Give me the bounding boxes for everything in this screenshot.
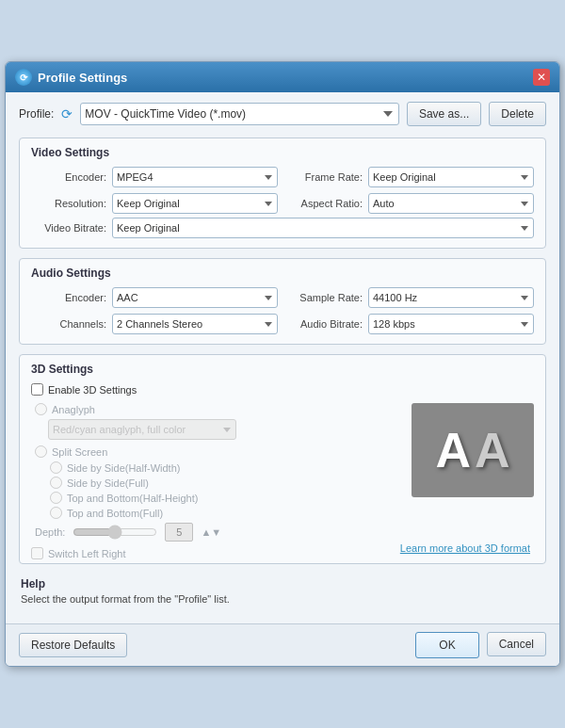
help-section: Help Select the output format from the "… — [19, 574, 546, 608]
aspect-ratio-row: Aspect Ratio: Auto — [287, 193, 534, 214]
encoder-select[interactable]: MPEG4 — [112, 167, 278, 187]
frame-rate-select[interactable]: Keep Original — [368, 167, 534, 187]
video-bitrate-select[interactable]: Keep Original — [112, 218, 534, 238]
video-bitrate-label: Video Bitrate: — [31, 222, 106, 234]
switch-left-right-checkbox[interactable] — [31, 547, 43, 559]
profile-icon: ⟳ — [61, 106, 73, 121]
top-bottom-half-row: Top and Bottom(Half-Height) — [31, 492, 402, 504]
audio-encoder-row: Encoder: AAC — [31, 287, 278, 308]
aspect-ratio-label: Aspect Ratio: — [287, 198, 363, 209]
top-bottom-full-label: Top and Bottom(Full) — [67, 508, 163, 519]
sample-rate-label: Sample Rate: — [287, 292, 363, 303]
title-bar: ⟳ Profile Settings ✕ — [6, 62, 559, 92]
side-by-side-half-label: Side by Side(Half-Width) — [67, 462, 180, 474]
side-by-side-full-radio[interactable] — [50, 477, 62, 489]
top-bottom-half-label: Top and Bottom(Half-Height) — [67, 493, 198, 504]
anaglyph-select[interactable]: Red/cyan anaglyph, full color — [48, 419, 236, 440]
channels-label: Channels: — [31, 318, 106, 330]
three-d-preview: A A — [412, 403, 534, 497]
top-bottom-full-row: Top and Bottom(Full) — [31, 507, 402, 519]
aspect-ratio-select[interactable]: Auto — [368, 193, 534, 214]
dialog-title: Profile Settings — [38, 71, 127, 85]
depth-value: 5 — [165, 523, 193, 542]
video-settings-section: Video Settings Encoder: MPEG4 Frame Rate… — [19, 138, 546, 249]
split-screen-label: Split Screen — [52, 446, 107, 458]
enable-3d-row: Enable 3D Settings — [31, 383, 534, 396]
anaglyph-label: Anaglyph — [52, 404, 95, 415]
three-d-content: Anaglyph Red/cyan anaglyph, full color S… — [31, 403, 534, 559]
anaglyph-radio[interactable] — [35, 403, 47, 415]
frame-rate-row: Frame Rate: Keep Original — [287, 167, 534, 187]
bottom-bar: Restore Defaults OK Cancel — [6, 623, 559, 666]
split-screen-radio[interactable] — [35, 445, 47, 458]
frame-rate-label: Frame Rate: — [287, 171, 363, 183]
audio-bitrate-row: Audio Bitrate: 128 kbps — [287, 314, 534, 334]
audio-encoder-select[interactable]: AAC — [112, 287, 278, 308]
audio-encoder-label: Encoder: — [31, 292, 106, 303]
channels-row: Channels: 2 Channels Stereo — [31, 314, 278, 334]
depth-spinner-icon: ▲▼ — [201, 526, 221, 538]
preview-letter-right: A — [475, 426, 510, 475]
close-button[interactable]: ✕ — [533, 69, 550, 86]
preview-letter-left: A — [435, 426, 471, 475]
sample-rate-select[interactable]: 44100 Hz — [368, 287, 534, 308]
dialog-content: Profile: ⟳ MOV - QuickTime Video (*.mov)… — [6, 92, 559, 623]
top-bottom-half-radio[interactable] — [50, 492, 62, 504]
enable-3d-checkbox[interactable] — [31, 383, 43, 396]
encoder-label: Encoder: — [31, 171, 106, 183]
anaglyph-row: Anaglyph — [31, 403, 402, 415]
audio-bitrate-select[interactable]: 128 kbps — [368, 314, 534, 334]
side-by-side-full-label: Side by Side(Full) — [67, 477, 149, 489]
profile-settings-dialog: ⟳ Profile Settings ✕ Profile: ⟳ MOV - Qu… — [5, 61, 560, 667]
depth-label: Depth: — [35, 526, 65, 538]
switch-row: Switch Left Right — [31, 547, 402, 559]
restore-defaults-button[interactable]: Restore Defaults — [19, 633, 127, 657]
encoder-row: Encoder: MPEG4 — [31, 167, 278, 187]
enable-3d-label[interactable]: Enable 3D Settings — [48, 384, 137, 396]
three-d-left: Anaglyph Red/cyan anaglyph, full color S… — [31, 403, 402, 559]
help-title: Help — [21, 577, 544, 590]
video-settings-title: Video Settings — [31, 146, 534, 159]
title-bar-left: ⟳ Profile Settings — [15, 69, 127, 86]
three-d-title: 3D Settings — [31, 363, 534, 376]
side-by-side-half-row: Side by Side(Half-Width) — [31, 461, 402, 474]
switch-left-right-label: Switch Left Right — [48, 548, 126, 559]
audio-settings-grid: Encoder: AAC Sample Rate: 44100 Hz Chann… — [31, 287, 534, 334]
profile-label: Profile: — [19, 107, 54, 121]
audio-bitrate-label: Audio Bitrate: — [287, 318, 363, 330]
bottom-right-buttons: OK Cancel — [415, 632, 546, 658]
channels-select[interactable]: 2 Channels Stereo — [112, 314, 278, 334]
video-bitrate-row: Video Bitrate: Keep Original — [31, 218, 534, 238]
ok-button[interactable]: OK — [415, 632, 478, 658]
app-icon: ⟳ — [15, 69, 32, 86]
split-screen-row: Split Screen — [31, 445, 402, 458]
video-settings-grid: Encoder: MPEG4 Frame Rate: Keep Original… — [31, 167, 534, 214]
audio-settings-section: Audio Settings Encoder: AAC Sample Rate:… — [19, 258, 546, 345]
depth-slider[interactable] — [73, 526, 157, 539]
save-as-button[interactable]: Save as... — [407, 102, 481, 126]
sample-rate-row: Sample Rate: 44100 Hz — [287, 287, 534, 308]
profile-select[interactable]: MOV - QuickTime Video (*.mov) — [80, 103, 399, 125]
three-d-settings-section: 3D Settings Enable 3D Settings Anaglyph … — [19, 354, 546, 564]
cancel-button[interactable]: Cancel — [487, 632, 546, 656]
side-by-side-full-row: Side by Side(Full) — [31, 477, 402, 489]
help-text: Select the output format from the "Profi… — [21, 593, 544, 605]
resolution-label: Resolution: — [31, 198, 106, 209]
delete-button[interactable]: Delete — [489, 102, 546, 126]
resolution-row: Resolution: Keep Original — [31, 193, 278, 214]
side-by-side-half-radio[interactable] — [50, 461, 62, 474]
audio-settings-title: Audio Settings — [31, 267, 534, 280]
top-bottom-full-radio[interactable] — [50, 507, 62, 519]
profile-row: Profile: ⟳ MOV - QuickTime Video (*.mov)… — [19, 102, 546, 126]
resolution-select[interactable]: Keep Original — [112, 193, 278, 214]
depth-row: Depth: 5 ▲▼ — [31, 523, 402, 542]
